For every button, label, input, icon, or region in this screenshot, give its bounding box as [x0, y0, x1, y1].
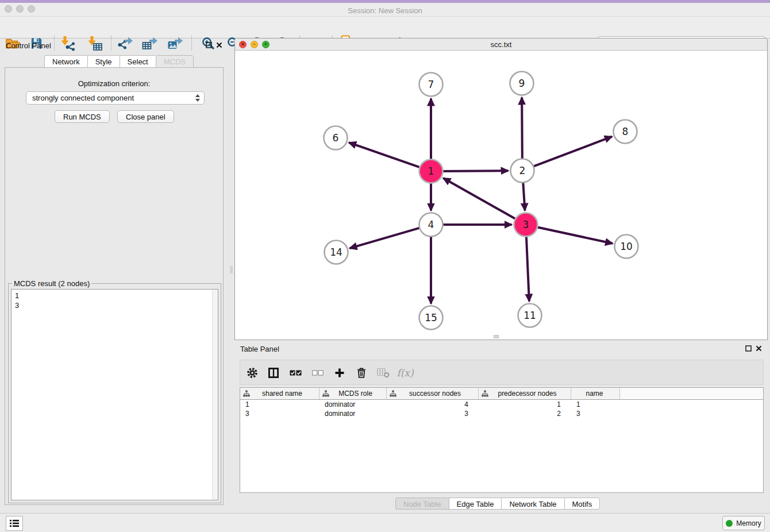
table-cell[interactable]: 3 [571, 409, 620, 418]
float-panel-icon[interactable] [206, 42, 212, 48]
column-type-icon [482, 390, 488, 397]
criterion-dropdown-value: strongly connected component [32, 94, 134, 102]
column-header-predecessor-nodes[interactable]: predecessor nodes [479, 388, 571, 399]
graph-node-8[interactable]: 8 [614, 120, 637, 144]
graph-edge-3-10[interactable] [536, 227, 613, 244]
network-graph[interactable]: 7968124314101511 [235, 51, 767, 340]
window-resize-grip[interactable] [494, 335, 499, 338]
table-cell[interactable]: dominator [319, 400, 387, 409]
control-panel-tabs: NetworkStyleSelectMCDS [44, 55, 194, 68]
graph-node-1[interactable]: 1 [419, 160, 443, 183]
tab-edge-table[interactable]: Edge Table [449, 498, 502, 510]
graph-node-label: 6 [333, 132, 339, 144]
tab-select[interactable]: Select [120, 55, 156, 68]
mcds-panel: Optimization criterion: strongly connect… [5, 67, 224, 505]
toolbar-separator [54, 36, 55, 51]
network-window-title: scc.txt [235, 40, 767, 49]
table-cell[interactable]: 4 [387, 400, 479, 409]
export-table-icon[interactable] [141, 34, 159, 52]
network-canvas[interactable]: 7968124314101511 [235, 51, 767, 340]
mcds-result-line: 3 [11, 300, 218, 310]
table-cell[interactable]: dominator [319, 409, 387, 418]
graph-node-label: 15 [425, 312, 437, 323]
graph-node-14[interactable]: 14 [325, 241, 348, 264]
table-panel-title: Table Panel [240, 345, 279, 353]
mcds-result-textarea[interactable]: 13 [11, 289, 218, 500]
graph-edge-1-2[interactable] [441, 171, 508, 171]
task-history-button[interactable] [6, 516, 23, 531]
application-window: Session: New Session [0, 0, 770, 532]
table-settings-icon[interactable] [245, 366, 260, 380]
graph-node-label: 7 [428, 79, 434, 90]
table-cell[interactable]: 2 [479, 409, 571, 418]
tab-mcds[interactable]: MCDS [156, 55, 194, 68]
column-header-mcds-role[interactable]: MCDS role [319, 388, 387, 399]
delete-row-icon[interactable] [354, 366, 369, 380]
criterion-dropdown[interactable]: strongly connected component [26, 91, 205, 105]
close-panel-icon[interactable] [756, 345, 762, 352]
tab-network[interactable]: Network [44, 55, 87, 68]
window-title: Session: New Session [0, 6, 770, 15]
graph-edge-2-3[interactable] [523, 181, 525, 210]
close-panel-button[interactable]: Close panel [117, 110, 174, 123]
graph-node-10[interactable]: 10 [615, 235, 638, 259]
float-panel-icon[interactable] [745, 345, 752, 352]
table-row[interactable]: 3dominator323 [240, 409, 763, 418]
column-header-name[interactable]: name [571, 388, 620, 399]
table-cell[interactable]: 1 [479, 400, 571, 409]
table-panel-buttons [745, 345, 762, 352]
splitter-grip[interactable] [230, 266, 233, 273]
network-window-titlebar[interactable]: ✕ − + scc.txt [235, 38, 767, 51]
graph-node-2[interactable]: 2 [511, 159, 534, 183]
column-header-label: name [574, 390, 619, 398]
tab-node-table[interactable]: Node Table [395, 498, 449, 510]
table-cell[interactable]: 1 [571, 400, 620, 409]
graph-node-9[interactable]: 9 [510, 72, 534, 95]
memory-button[interactable]: Memory [722, 516, 765, 530]
table-cell[interactable]: 1 [240, 400, 319, 409]
graph-edge-3-1[interactable] [443, 178, 517, 219]
column-header-shared-name[interactable]: shared name [240, 388, 319, 399]
column-type-icon [322, 390, 329, 397]
export-network-icon[interactable] [117, 34, 134, 52]
delete-column-icon[interactable] [376, 366, 391, 380]
graph-edge-2-8[interactable] [532, 137, 612, 167]
select-all-icon[interactable] [288, 366, 303, 380]
graph-edge-2-9[interactable] [522, 97, 522, 160]
show-columns-icon[interactable] [266, 366, 281, 380]
graph-node-11[interactable]: 11 [518, 304, 542, 327]
graph-edge-4-14[interactable] [350, 228, 421, 248]
create-column-icon[interactable] [332, 366, 347, 380]
function-builder-icon[interactable]: f(x) [398, 366, 413, 380]
tab-motifs[interactable]: Motifs [564, 498, 600, 510]
table-body: 1dominator4113dominator323 [240, 400, 763, 418]
graph-edge-3-11[interactable] [526, 235, 529, 301]
graph-node-4[interactable]: 4 [419, 213, 443, 237]
dropdown-stepper-icon [195, 94, 200, 102]
graph-node-15[interactable]: 15 [419, 306, 443, 330]
table-row[interactable]: 1dominator411 [240, 400, 763, 409]
run-mcds-button[interactable]: Run MCDS [55, 110, 110, 123]
close-panel-icon[interactable] [216, 42, 222, 48]
graph-node-3[interactable]: 3 [514, 213, 538, 237]
table-cell[interactable]: 3 [387, 409, 479, 418]
table-toolbar: f(x) [240, 360, 764, 385]
tab-style[interactable]: Style [87, 55, 120, 68]
column-header-label: successor nodes [396, 390, 478, 398]
import-table-icon[interactable] [86, 34, 103, 52]
tab-network-table[interactable]: Network Table [501, 498, 564, 510]
table-cell[interactable]: 3 [240, 409, 319, 418]
import-network-icon[interactable] [59, 34, 76, 52]
mcds-result-line: 1 [11, 291, 218, 300]
column-type-icon [390, 390, 396, 397]
export-image-icon[interactable] [167, 34, 184, 52]
graph-node-6[interactable]: 6 [324, 126, 348, 150]
graph-node-7[interactable]: 7 [419, 73, 443, 97]
column-header-successor-nodes[interactable]: successor nodes [387, 388, 479, 399]
toolbar-separator [111, 36, 111, 51]
table-header-row: shared nameMCDS rolesuccessor nodesprede… [240, 388, 763, 400]
graph-edge-1-6[interactable] [349, 142, 421, 168]
column-header-label: MCDS role [329, 390, 386, 398]
deselect-all-icon[interactable] [310, 366, 325, 380]
result-scrollbar[interactable] [212, 290, 218, 500]
